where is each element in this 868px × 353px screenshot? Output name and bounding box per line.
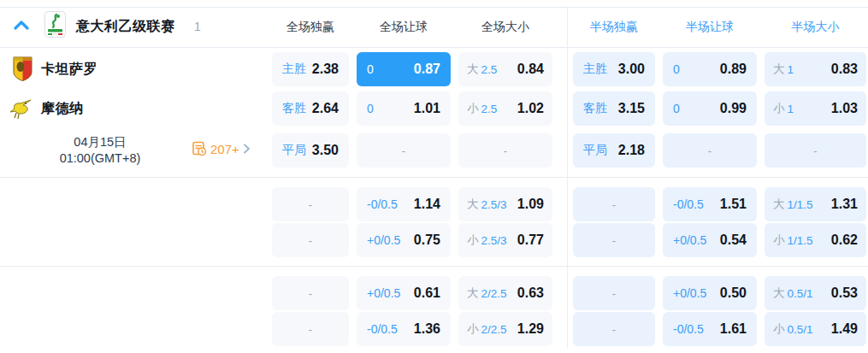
ou-line: 小2/2.5: [467, 321, 507, 337]
odds-cell-ft-under-alt[interactable]: 小2.5/3 0.77: [458, 223, 552, 257]
empty-dash: -: [309, 198, 312, 211]
handicap-line: 0: [673, 62, 680, 76]
odds-value: 1.31: [831, 197, 858, 212]
ou-line: 小1: [773, 101, 794, 116]
odds-label: 主胜: [583, 62, 607, 77]
ou-line: 大2/2.5: [467, 285, 507, 301]
divider-header: [0, 47, 868, 48]
odds-value: 1.01: [414, 101, 440, 116]
handicap-line: -0/0.5: [367, 197, 398, 211]
odds-cell-ft1x2-draw[interactable]: 平局 3.50: [272, 133, 349, 168]
odds-cell-ht-handicap-away-alt2[interactable]: -0/0.5 1.61: [663, 312, 757, 346]
odds-cell-ft-handicap-away-alt2[interactable]: -0/0.5 1.36: [357, 312, 451, 346]
collapse-chevron-up-icon[interactable]: [14, 20, 29, 32]
ou-prefix: 大: [467, 285, 479, 301]
ou-value-line: 0.5/1: [788, 323, 813, 336]
odds-value: 0.54: [720, 232, 747, 248]
odds-value: 1.03: [831, 101, 858, 116]
odds-label: 平局: [583, 143, 607, 158]
ou-prefix: 大: [773, 285, 785, 301]
empty-dash: -: [612, 198, 616, 211]
empty-dash: -: [309, 323, 312, 336]
match-datetime: 04月15日 01:00(GMT+8): [10, 134, 190, 167]
league-match-count: 1: [194, 20, 201, 33]
handicap-line: +0/0.5: [673, 286, 706, 300]
ou-line: 大2.5/3: [467, 197, 507, 212]
odds-cell-ft-over[interactable]: 大2.5 0.84: [458, 52, 552, 86]
odds-cell-ht-handicap-away-alt[interactable]: +0/0.5 0.54: [663, 223, 757, 257]
odds-cell-ft-handicap-home-selected[interactable]: 0 0.87: [357, 52, 451, 86]
odds-value: 3.00: [618, 62, 645, 77]
odds-value: 1.02: [517, 101, 544, 116]
odds-value: 0.77: [517, 232, 544, 248]
odds-cell-ht-over-alt2[interactable]: 大0.5/1 0.53: [765, 276, 866, 310]
chevron-right-icon: [243, 144, 251, 154]
odds-value: 0.99: [720, 101, 747, 116]
odds-cell-empty: -: [357, 133, 451, 168]
odds-value: 1.61: [720, 321, 747, 337]
ou-line: 大1/1.5: [773, 197, 813, 212]
odds-value: 0.53: [831, 285, 858, 301]
odds-cell-empty: -: [458, 133, 552, 168]
league-logo-icon: [44, 11, 66, 38]
home-team-logo-icon: [12, 56, 33, 81]
ou-value-line: 2/2.5: [481, 323, 507, 336]
markets-history-icon: [192, 141, 207, 156]
odds-cell-ft-handicap-home-alt2[interactable]: +0/0.5 0.61: [357, 276, 451, 310]
odds-cell-ht1x2-draw[interactable]: 平局 2.18: [573, 133, 655, 168]
odds-cell-ht1x2-away[interactable]: 客胜 3.15: [573, 91, 655, 126]
odds-cell-empty: -: [272, 312, 349, 346]
handicap-line: -0/0.5: [673, 322, 704, 336]
odds-cell-ht-under-alt2[interactable]: 小0.5/1 1.49: [765, 312, 866, 346]
odds-value: 3.50: [312, 143, 339, 158]
more-markets-link[interactable]: 207+: [192, 141, 251, 156]
odds-cell-ft-handicap-away-alt[interactable]: +0/0.5 0.75: [357, 223, 451, 257]
odds-cell-ft-under[interactable]: 小2.5 1.02: [458, 91, 552, 126]
column-header-ft-handicap: 全场让球: [357, 20, 451, 35]
odds-cell-ht1x2-home[interactable]: 主胜 3.00: [573, 52, 655, 86]
match-date: 04月15日: [10, 134, 190, 150]
ou-prefix: 大: [773, 197, 785, 212]
odds-label: 客胜: [583, 101, 607, 116]
odds-cell-ft1x2-home[interactable]: 主胜 2.38: [272, 52, 349, 86]
handicap-line: +0/0.5: [673, 233, 706, 247]
ou-value-line: 2.5: [481, 103, 498, 115]
handicap-line: 0: [367, 62, 374, 76]
column-header-ht-handicap: 半场让球: [663, 20, 757, 35]
odds-cell-ft-handicap-away[interactable]: 0 1.01: [357, 91, 451, 126]
odds-cell-ft-under-alt2[interactable]: 小2/2.5 1.29: [458, 312, 552, 346]
away-team-logo-icon: [8, 98, 33, 121]
divider-main-markets: [0, 177, 868, 178]
odds-cell-ht-over-alt[interactable]: 大1/1.5 1.31: [765, 187, 866, 221]
odds-cell-ht-over[interactable]: 大1 0.83: [765, 52, 866, 86]
odds-value: 0.84: [517, 62, 544, 77]
odds-cell-ht-handicap-home-alt[interactable]: -0/0.5 1.51: [663, 187, 757, 221]
odds-label: 平局: [282, 143, 306, 158]
handicap-line: +0/0.5: [367, 286, 400, 300]
odds-value: 2.64: [312, 101, 339, 116]
column-header-ft-1x2: 全场独赢: [272, 20, 349, 35]
ou-prefix: 小: [467, 232, 479, 248]
ou-prefix: 小: [773, 232, 785, 248]
ou-prefix: 大: [773, 62, 785, 77]
odds-cell-ht-handicap-home[interactable]: 0 0.89: [663, 52, 757, 86]
odds-cell-ft-over-alt2[interactable]: 大2/2.5 0.63: [458, 276, 552, 310]
ou-line: 大2.5: [467, 62, 497, 77]
odds-cell-empty: -: [573, 187, 655, 221]
odds-cell-ht-under-alt[interactable]: 小1/1.5 0.62: [765, 223, 866, 257]
ou-value-line: 2.5/3: [481, 198, 507, 211]
column-header-ht-1x2: 半场独赢: [573, 20, 655, 35]
more-markets-count: 207+: [210, 142, 239, 156]
odds-label: 客胜: [282, 101, 306, 116]
ou-value-line: 0.5/1: [788, 287, 813, 300]
odds-cell-ht-handicap-away[interactable]: 0 0.99: [663, 91, 757, 126]
ou-value-line: 1: [788, 63, 794, 76]
odds-cell-ft1x2-away[interactable]: 客胜 2.64: [272, 91, 349, 126]
odds-cell-ft-over-alt[interactable]: 大2.5/3 1.09: [458, 187, 552, 221]
odds-value: 1.09: [517, 197, 544, 212]
odds-cell-empty: -: [765, 133, 866, 168]
odds-cell-ht-handicap-home-alt2[interactable]: +0/0.5 0.50: [663, 276, 757, 310]
odds-cell-ht-under[interactable]: 小1 1.03: [765, 91, 866, 126]
odds-cell-ft-handicap-home-alt[interactable]: -0/0.5 1.14: [357, 187, 451, 221]
ou-prefix: 小: [467, 321, 479, 337]
